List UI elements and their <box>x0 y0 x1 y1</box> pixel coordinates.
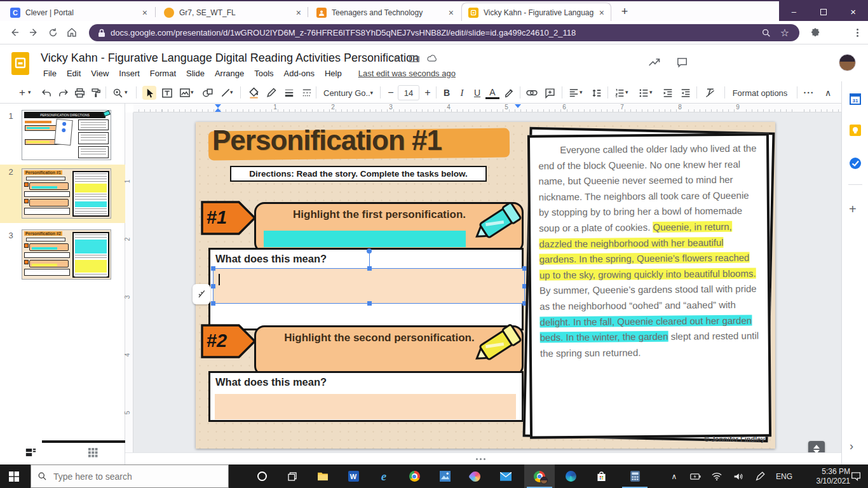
zoom-icon[interactable] <box>111 86 125 100</box>
menu-insert[interactable]: Insert <box>115 67 144 79</box>
tab-teenagers[interactable]: Teenagers and Technology × <box>310 3 460 22</box>
tray-expand-icon[interactable]: ∧ <box>665 464 684 488</box>
decrease-font-size-button[interactable]: − <box>384 86 398 100</box>
menu-view[interactable]: View <box>87 67 112 79</box>
slide-thumbnail[interactable]: Personification #1 <box>22 168 111 219</box>
close-tab-icon[interactable]: × <box>449 8 454 18</box>
insert-image-icon[interactable] <box>178 86 192 100</box>
internet-explorer-button[interactable]: e <box>370 464 398 488</box>
chrome-active-window-button[interactable] <box>524 464 555 488</box>
menu-file[interactable]: File <box>39 67 60 79</box>
slide-title[interactable]: Personification #1 <box>212 125 442 156</box>
minimize-button[interactable]: – <box>779 1 809 22</box>
slide-thumbnail[interactable]: Personification #2 <box>22 229 111 280</box>
home-icon[interactable] <box>62 23 81 42</box>
calendar-icon[interactable]: 31 <box>850 93 861 105</box>
story-card[interactable]: Everyone called the older lady who lived… <box>527 133 771 438</box>
font-size-input[interactable]: 14 <box>398 85 419 100</box>
menu-slide[interactable]: Slide <box>182 67 208 79</box>
bulleted-list-icon[interactable] <box>637 86 651 100</box>
new-slide-dropdown-icon[interactable]: ▾ <box>28 89 31 95</box>
task-view-button[interactable] <box>278 464 306 488</box>
format-options-button[interactable]: Format options <box>731 86 789 100</box>
slide-editor[interactable]: Personification #1 Directions: Read the … <box>196 122 775 449</box>
extensions-puzzle-icon[interactable] <box>806 23 825 42</box>
filmstrip-slide-2-selected[interactable]: 2 Personification #1 <box>0 165 125 223</box>
address-bar[interactable]: docs.google.com/presentation/d/1wGROU2IY… <box>89 24 799 41</box>
menu-tools[interactable]: Tools <box>250 67 277 79</box>
print-icon[interactable] <box>72 86 86 100</box>
resize-handle-w[interactable] <box>211 284 215 288</box>
numbered-list-dropdown-icon[interactable]: ▾ <box>625 89 628 95</box>
close-tab-icon[interactable]: × <box>599 8 604 18</box>
chrome-button[interactable] <box>400 464 428 488</box>
account-avatar[interactable] <box>839 54 856 71</box>
mail-button[interactable] <box>492 464 520 488</box>
italic-icon[interactable]: I <box>455 86 469 100</box>
bookmark-star-icon[interactable]: ☆ <box>780 27 789 39</box>
border-weight-icon[interactable] <box>282 86 296 100</box>
tab-slides-active[interactable]: Vicky Kahn - Figurative Language × <box>461 3 611 22</box>
star-document-icon[interactable]: ☆ <box>393 53 401 64</box>
inline-edit-popup[interactable] <box>193 284 210 304</box>
cloud-status-icon[interactable] <box>427 54 438 62</box>
bold-icon[interactable]: B <box>440 86 454 100</box>
wifi-icon[interactable] <box>707 464 727 488</box>
taskbar-search[interactable] <box>31 464 229 488</box>
store-button[interactable] <box>587 464 615 488</box>
ink-workspace-icon[interactable] <box>750 464 770 488</box>
story-segment-plain[interactable]: Everyone called the older lady who lived… <box>538 143 756 234</box>
line-spacing-icon[interactable] <box>590 86 604 100</box>
filmstrip-view-button[interactable] <box>24 447 37 458</box>
border-dash-icon[interactable] <box>300 86 314 100</box>
align-icon[interactable] <box>567 86 581 100</box>
font-family-select[interactable]: Century Go... ▾ <box>321 85 376 100</box>
image-dropdown-icon[interactable]: ▾ <box>191 89 194 95</box>
move-folder-icon[interactable] <box>409 54 419 62</box>
paint-format-icon[interactable] <box>89 86 103 100</box>
maximize-button[interactable] <box>809 1 839 22</box>
insert-comment-icon[interactable] <box>543 86 557 100</box>
resize-handle-n[interactable] <box>367 266 372 271</box>
menu-help[interactable]: Help <box>321 67 346 79</box>
edge-button[interactable] <box>557 464 585 488</box>
highlight-color-icon[interactable] <box>502 86 516 100</box>
tab-gr7[interactable]: Gr7, SE_WT_FL × <box>158 3 308 22</box>
comments-icon[interactable] <box>676 57 688 68</box>
menu-edit[interactable]: Edit <box>63 67 85 79</box>
last-edit-link[interactable]: Last edit was seconds ago <box>355 67 459 79</box>
insert-link-icon[interactable] <box>525 86 539 100</box>
task1-answer-textbox[interactable] <box>213 268 525 304</box>
calculator-button[interactable] <box>620 464 650 488</box>
decrease-indent-icon[interactable] <box>661 86 675 100</box>
back-icon[interactable] <box>5 23 24 42</box>
start-button[interactable] <box>0 464 28 488</box>
task1-highlight-swatch[interactable] <box>264 231 466 247</box>
insert-shape-icon[interactable] <box>201 86 215 100</box>
directions-box[interactable]: Directions: Read the story. Complete the… <box>230 166 487 182</box>
language-indicator[interactable]: ENG <box>771 464 797 488</box>
forward-icon[interactable] <box>24 23 43 42</box>
text-box-icon[interactable] <box>160 86 174 100</box>
underline-icon[interactable]: U <box>470 86 484 100</box>
close-tab-icon[interactable]: × <box>296 8 301 18</box>
clear-formatting-icon[interactable] <box>703 86 717 100</box>
battery-icon[interactable] <box>685 464 705 488</box>
task2-answer-textbox[interactable] <box>215 394 516 419</box>
filmstrip-scrollbar[interactable] <box>42 440 125 443</box>
zoom-dropdown-icon[interactable]: ▾ <box>125 89 128 95</box>
resize-handle-sw[interactable] <box>211 301 215 306</box>
slides-logo[interactable] <box>11 52 29 75</box>
file-explorer-button[interactable] <box>309 464 337 488</box>
resize-handle-s[interactable] <box>367 301 372 306</box>
increase-indent-icon[interactable] <box>679 86 693 100</box>
indent-marker-right[interactable] <box>515 104 521 108</box>
indent-marker-left[interactable] <box>215 108 221 112</box>
activity-trend-icon[interactable] <box>648 57 661 67</box>
close-tab-icon[interactable]: × <box>142 8 147 18</box>
keep-icon[interactable] <box>850 125 861 136</box>
text-color-icon[interactable]: A <box>485 86 499 99</box>
notes-drag-handle[interactable] <box>476 458 485 460</box>
select-tool-icon[interactable] <box>142 86 156 100</box>
taskbar-search-input[interactable] <box>53 471 206 482</box>
